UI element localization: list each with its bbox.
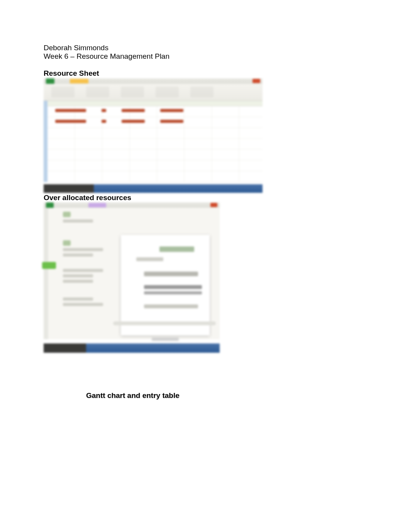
ribbon-tabstrip [44, 202, 220, 208]
row-gutter [44, 101, 47, 182]
ribbon-group [121, 87, 144, 97]
preview-content [159, 246, 194, 252]
file-tab [46, 78, 54, 84]
print-options-panel [63, 212, 113, 335]
preview-content [144, 272, 198, 276]
option-block [63, 269, 113, 288]
document-subtitle: Week 6 – Resource Management Plan [44, 52, 410, 61]
grid-cell [122, 109, 145, 112]
grid-cell [160, 109, 183, 112]
active-nav-pill [42, 262, 56, 269]
ribbon-body [44, 84, 263, 101]
ribbon-group [86, 87, 109, 97]
grid-cell [55, 109, 86, 112]
option-line [63, 297, 93, 301]
window-close-icon [210, 203, 217, 207]
option-line [63, 269, 103, 272]
horizontal-scrollbar [113, 321, 216, 325]
option-line [63, 219, 93, 223]
active-ribbon-tab [70, 79, 88, 83]
active-ribbon-tab [88, 203, 106, 207]
status-bar [44, 343, 220, 353]
grid-row [55, 108, 251, 113]
backstage-body [44, 208, 220, 339]
file-tab [46, 202, 54, 208]
option-icon [63, 212, 71, 217]
preview-content [144, 285, 202, 289]
preview-content [144, 304, 198, 308]
option-line [63, 253, 93, 257]
print-preview-page [121, 235, 210, 335]
grid-cell [102, 109, 106, 112]
section-heading-gantt: Gantt chart and entry table [86, 391, 410, 400]
over-allocated-screenshot [44, 202, 220, 353]
option-line [63, 274, 93, 277]
grid-cell [102, 120, 106, 123]
resource-sheet-grid [44, 101, 263, 182]
grid-header-row [47, 101, 263, 106]
option-block [63, 240, 113, 260]
option-line [63, 248, 103, 251]
status-bar [44, 184, 263, 193]
grid-cell [160, 120, 183, 123]
resource-sheet-screenshot [44, 78, 263, 193]
preview-page-label [152, 338, 179, 341]
author-name: Deborah Simmonds [44, 44, 410, 52]
ribbon-group [156, 87, 179, 97]
preview-content [144, 291, 202, 294]
preview-content [136, 257, 163, 261]
ribbon-group [190, 87, 213, 97]
option-block [63, 297, 113, 317]
grid-lines [47, 106, 263, 182]
option-icon [63, 240, 71, 246]
option-line [63, 280, 93, 283]
grid-row [55, 119, 251, 124]
option-line [63, 303, 103, 306]
grid-cell [122, 120, 145, 123]
left-gutter [44, 208, 48, 339]
section-heading-over-allocated: Over allocated resources [44, 194, 410, 202]
document-page: Deborah Simmonds Week 6 – Resource Manag… [0, 0, 410, 400]
window-close-icon [252, 79, 260, 83]
option-block [63, 212, 113, 231]
section-heading-resource-sheet: Resource Sheet [44, 69, 410, 78]
ribbon-tabstrip [44, 78, 263, 84]
ribbon-group [51, 87, 75, 97]
grid-cell [55, 120, 86, 123]
